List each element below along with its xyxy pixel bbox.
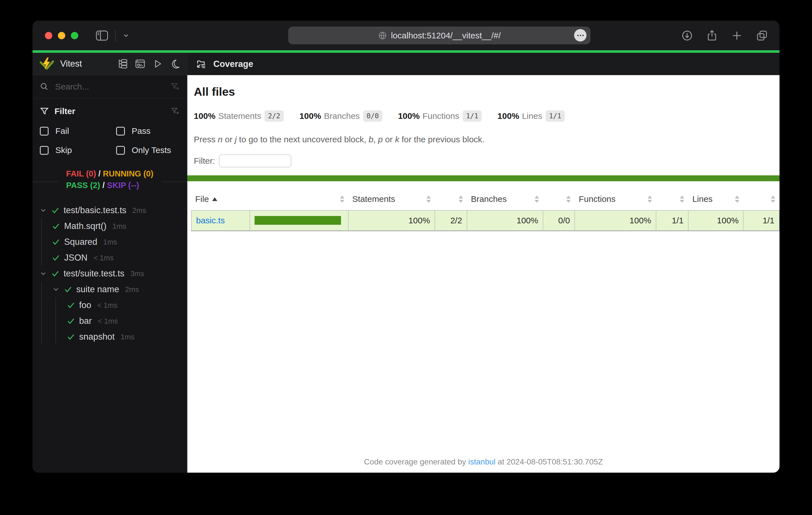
chevron-down-icon[interactable] — [122, 32, 130, 39]
test-progress-bar — [32, 50, 780, 53]
minimize-button[interactable] — [58, 32, 65, 39]
sort-statements-ratio-header[interactable] — [435, 189, 467, 210]
check-icon — [67, 301, 75, 309]
table-row: basic.ts 100% 2/2 100% 0/0 100% 1/1 100% — [191, 210, 779, 231]
search-input[interactable]: Search... — [55, 82, 89, 91]
test-tree: test/basic.test.ts 2ms Math.sqrt() 1ms S… — [32, 203, 187, 345]
checkbox-only-tests[interactable]: Only Tests — [116, 145, 180, 155]
check-icon — [52, 254, 60, 262]
stat-lines: 100% Lines 1/1 — [497, 111, 565, 122]
zoom-button[interactable] — [71, 32, 78, 39]
functions-ratio-cell: 1/1 — [656, 210, 689, 231]
sort-branches-ratio-header[interactable] — [543, 189, 575, 210]
close-button[interactable] — [45, 32, 52, 39]
report-folder-icon — [196, 59, 206, 69]
checkbox-box[interactable] — [116, 146, 125, 155]
filter-label: Filter: — [194, 156, 215, 166]
sidebar: Vitest — [32, 53, 187, 473]
sort-asc-icon — [212, 198, 217, 201]
checkbox-skip[interactable]: Skip — [40, 145, 116, 155]
running-count: RUNNING (0) — [103, 169, 153, 178]
sort-icon — [566, 196, 571, 203]
checkbox-box[interactable] — [40, 146, 49, 155]
tree-view-icon[interactable] — [118, 59, 128, 69]
branches-pct-cell: 100% — [467, 210, 543, 231]
address-bar[interactable]: localhost:51204/__vitest__/#/ — [288, 27, 590, 44]
table-header-row: File Statements — [191, 189, 779, 210]
sort-file-header[interactable]: File — [191, 189, 250, 210]
functions-pct-cell: 100% — [575, 210, 656, 231]
search-icon — [40, 82, 49, 91]
istanbul-link[interactable]: istanbul — [468, 457, 496, 466]
check-icon — [52, 238, 60, 246]
check-icon — [51, 206, 59, 214]
sort-statements-header[interactable]: Statements — [348, 189, 435, 210]
traffic-lights — [45, 32, 78, 39]
tree-item-suite[interactable]: suite name 2ms — [52, 281, 184, 297]
file-link[interactable]: basic.ts — [196, 216, 225, 225]
tree-item-test[interactable]: snapshot 1ms — [67, 329, 184, 345]
check-icon — [67, 333, 75, 341]
filter-section: Filter Fail Pass — [32, 98, 187, 155]
toolbar-divider — [115, 30, 116, 41]
sort-icon — [771, 196, 775, 203]
checkbox-box[interactable] — [116, 127, 125, 135]
search-bar[interactable]: Search... — [32, 75, 187, 98]
sort-functions-ratio-header[interactable] — [656, 189, 689, 210]
sort-icon — [426, 196, 431, 203]
pass-count: PASS (2) — [66, 181, 100, 190]
chevron-down-icon[interactable] — [39, 270, 47, 277]
tree-item-test[interactable]: Math.sqrt() 1ms — [52, 218, 184, 234]
tree-item-file[interactable]: test/suite.test.ts 3ms — [39, 266, 184, 281]
sidebar-toggle-icon[interactable] — [96, 30, 108, 41]
filter-title: Filter — [55, 107, 75, 116]
checkbox-box[interactable] — [40, 127, 49, 135]
dashboard-icon[interactable] — [135, 59, 145, 69]
coverage-tab-label: Coverage — [213, 59, 253, 69]
checkbox-fail[interactable]: Fail — [40, 126, 116, 136]
sort-branches-header[interactable]: Branches — [467, 189, 543, 210]
stat-branches: 100% Branches 0/0 — [299, 111, 382, 122]
checkbox-pass[interactable]: Pass — [116, 126, 180, 136]
coverage-tab[interactable]: Coverage — [187, 53, 780, 75]
check-icon — [67, 317, 75, 325]
test-summary: FAIL (0) / RUNNING (0) PASS (2) / SKIP (… — [32, 168, 187, 195]
stat-statements: 100% Statements 2/2 — [194, 111, 284, 122]
new-tab-icon[interactable] — [731, 30, 743, 41]
tree-item-test[interactable]: JSON < 1ms — [52, 250, 184, 266]
tab-overview-icon[interactable] — [756, 30, 768, 41]
browser-window: localhost:51204/__vitest__/#/ — [32, 21, 780, 473]
tree-item-test[interactable]: bar < 1ms — [67, 313, 184, 329]
coverage-table: File Statements — [191, 189, 780, 231]
statements-ratio-cell: 2/2 — [435, 210, 467, 231]
sort-lines-header[interactable]: Lines — [688, 189, 743, 210]
url-text: localhost:51204/__vitest__/#/ — [391, 31, 501, 40]
sort-icon — [340, 196, 344, 203]
share-icon[interactable] — [706, 30, 718, 41]
tree-item-test[interactable]: Squared 1ms — [52, 234, 184, 250]
tree-item-file[interactable]: test/basic.test.ts 2ms — [39, 203, 184, 218]
sort-functions-header[interactable]: Functions — [575, 189, 656, 210]
chevron-down-icon[interactable] — [39, 206, 47, 214]
fail-count: FAIL (0) — [66, 169, 96, 178]
coverage-report: All files 100% Statements 2/2 100% Branc… — [187, 75, 780, 473]
download-icon[interactable] — [681, 30, 693, 41]
clear-search-filter-icon[interactable] — [171, 82, 180, 91]
clear-filter-icon[interactable] — [171, 107, 180, 116]
run-all-icon[interactable] — [152, 59, 163, 69]
dark-mode-icon[interactable] — [170, 59, 180, 69]
chevron-down-icon[interactable] — [52, 285, 60, 293]
sort-icon — [735, 196, 740, 203]
tree-item-test[interactable]: foo < 1ms — [67, 297, 184, 313]
globe-icon — [378, 31, 387, 40]
coverage-status-banner — [187, 175, 780, 181]
sort-lines-ratio-header[interactable] — [743, 189, 779, 210]
coverage-filter-input[interactable] — [219, 154, 291, 168]
ellipsis-icon[interactable] — [574, 29, 586, 41]
sort-icon — [647, 196, 652, 203]
sort-bar-header[interactable] — [250, 189, 348, 210]
funnel-icon — [40, 107, 49, 116]
sort-icon — [680, 196, 684, 203]
sort-icon — [459, 196, 463, 203]
check-icon — [52, 222, 60, 230]
